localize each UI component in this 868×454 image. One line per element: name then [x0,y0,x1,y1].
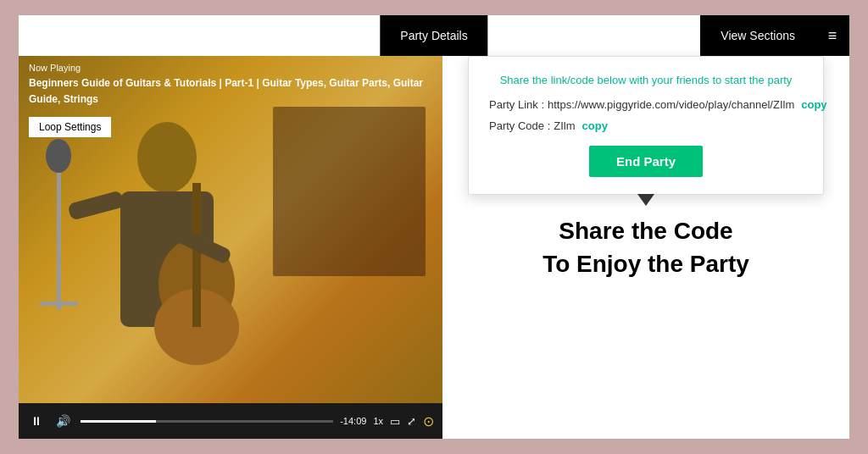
volume-icon: 🔊 [56,414,70,428]
volume-button[interactable]: 🔊 [53,412,74,429]
party-popup: Share the link/code below with your frie… [468,56,824,195]
popup-share-hint: Share the link/code below with your frie… [489,74,803,86]
video-frame [19,56,442,439]
view-sections-button[interactable]: View Sections [700,15,815,56]
camera-icon: ⊙ [423,414,434,429]
loop-settings-button[interactable]: Loop Settings [29,117,111,137]
content-area: Now Playing Beginners Guide of Guitars &… [19,56,849,439]
copy-link-button[interactable]: copy [801,98,826,111]
play-pause-icon: ⏸ [31,414,42,428]
video-panel: Now Playing Beginners Guide of Guitars &… [19,56,442,439]
svg-rect-5 [192,183,201,327]
end-party-button[interactable]: End Party [589,146,703,177]
party-details-button[interactable]: Party Details [380,15,487,56]
svg-rect-9 [40,302,78,306]
svg-point-1 [137,122,197,193]
time-display: -14:09 [340,416,366,426]
party-code-label: Party Code : [489,119,550,132]
progress-fill [81,420,156,423]
video-title: Beginners Guide of Guitars & Tutorials |… [29,77,423,105]
svg-rect-8 [57,158,61,310]
top-bar: Party Details View Sections ≡ [19,15,849,56]
svg-point-10 [46,139,71,173]
party-code-row: Party Code : ZIlm copy [489,119,803,132]
right-panel: Share the link/code below with your frie… [442,56,849,439]
share-text-line1: Share the Code [542,214,749,247]
video-header: Now Playing Beginners Guide of Guitars &… [19,56,442,113]
progress-bar[interactable] [81,420,333,423]
party-link-label: Party Link : [489,98,544,111]
now-playing-label: Now Playing [29,63,432,73]
top-right-buttons: View Sections ≡ [700,15,849,56]
speed-label: 1x [373,416,383,426]
aspect-ratio-icon: ▭ [390,415,400,428]
party-link-row: Party Link : https://www.piggyride.com/v… [489,98,803,111]
video-controls: ⏸ 🔊 -14:09 1x ▭ ⤢ ⊙ [19,403,442,439]
share-text-line2: To Enjoy the Party [542,247,749,280]
share-text: Share the Code To Enjoy the Party [542,214,749,280]
copy-code-button[interactable]: copy [582,119,608,132]
svg-rect-0 [273,107,426,276]
popup-arrow [637,194,654,206]
expand-icon: ⤢ [407,415,416,428]
party-link-value: https://www.piggyride.com/video/play/cha… [548,98,794,111]
menu-icon-button[interactable]: ≡ [815,15,849,56]
main-container: Party Details View Sections ≡ Now Playin… [19,15,849,439]
camera-button[interactable]: ⊙ [423,413,434,429]
play-pause-button[interactable]: ⏸ [27,412,46,429]
party-code-value: ZIlm [554,119,575,132]
svg-rect-6 [67,191,125,221]
